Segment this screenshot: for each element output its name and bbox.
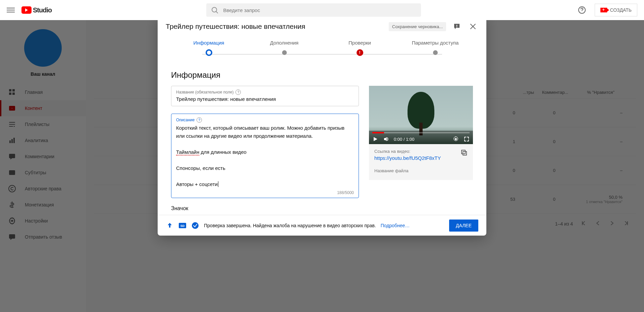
video-controls: 0:00 / 1:00: [369, 131, 473, 144]
feedback-icon: [453, 23, 461, 30]
play-icon[interactable]: [372, 136, 378, 142]
search-icon: [211, 6, 218, 14]
feedback-button[interactable]: [451, 21, 462, 32]
modal-overlay: Трейлер путешествия: новые впечатления С…: [0, 0, 644, 312]
title-help-icon[interactable]: ?: [235, 89, 241, 95]
upload-modal: Трейлер путешествия: новые впечатления С…: [158, 15, 486, 236]
create-label: СОЗДАТЬ: [610, 7, 632, 13]
svg-point-3: [582, 12, 582, 12]
help-icon: [578, 6, 586, 14]
step-info[interactable]: Информация: [171, 40, 247, 67]
create-video-icon: [600, 8, 607, 12]
video-link[interactable]: https://youtu.be/fU5Q2tF8xTY: [374, 155, 441, 161]
svg-text:SD: SD: [180, 224, 185, 228]
search-input[interactable]: [223, 7, 421, 13]
title-value[interactable]: Трейлер путешествия: новые впечатления: [176, 96, 354, 102]
description-help-icon[interactable]: ?: [197, 117, 202, 123]
svg-point-41: [192, 222, 199, 229]
link-label: Ссылка на видео:: [374, 149, 441, 154]
close-button[interactable]: [468, 21, 478, 32]
video-link-box: Ссылка на видео: https://youtu.be/fU5Q2t…: [369, 144, 473, 180]
step-elements[interactable]: Дополнения: [247, 40, 322, 67]
help-button[interactable]: [575, 3, 589, 17]
footer-more-link[interactable]: Подробнее…: [381, 223, 410, 228]
create-button[interactable]: СОЗДАТЬ: [595, 4, 637, 16]
description-label: Описание: [176, 118, 195, 122]
step-checks[interactable]: Проверки!: [322, 40, 397, 67]
modal-footer: SD Проверка завершена. Найдена жалоба на…: [158, 215, 486, 236]
svg-point-36: [455, 138, 457, 140]
description-field[interactable]: Описание? Короткий текст, который описыв…: [171, 114, 359, 198]
fullscreen-icon[interactable]: [464, 136, 470, 142]
app-header: Studio СОЗДАТЬ: [0, 0, 644, 20]
svg-line-1: [216, 11, 218, 13]
sd-badge-icon: SD: [178, 222, 186, 230]
stepper: Информация Дополнения Проверки! Параметр…: [158, 37, 486, 68]
menu-icon[interactable]: [7, 6, 15, 14]
studio-logo[interactable]: Studio: [21, 6, 52, 14]
footer-status-text: Проверка завершена. Найдена жалоба на на…: [204, 223, 376, 228]
svg-rect-30: [457, 25, 457, 26]
check-status-icon: [191, 222, 199, 230]
logo-text: Studio: [33, 6, 52, 14]
svg-rect-31: [457, 27, 457, 27]
copy-icon[interactable]: [460, 149, 468, 157]
title-field[interactable]: Название (обязательное поле)? Трейлер пу…: [171, 86, 359, 106]
file-name-label: Название файла: [374, 168, 468, 173]
progress-bar[interactable]: [372, 132, 470, 133]
title-label: Название (обязательное поле): [176, 90, 233, 95]
char-count: 188/5000: [337, 190, 354, 195]
svg-marker-35: [384, 137, 387, 141]
play-time: 0:00 / 1:00: [394, 137, 414, 142]
close-icon: [469, 23, 477, 30]
svg-marker-34: [374, 137, 377, 141]
thumbnail-section-title: Значок: [171, 205, 359, 211]
svg-rect-38: [462, 150, 465, 154]
youtube-play-icon: [21, 6, 32, 14]
modal-title: Трейлер путешествия: новые впечатления: [166, 22, 383, 30]
svg-rect-37: [463, 151, 467, 155]
description-value[interactable]: Короткий текст, который описывает ваш ро…: [176, 124, 354, 188]
saving-chip: Сохранение черновика...: [389, 22, 446, 31]
search-box[interactable]: [206, 3, 421, 17]
video-preview[interactable]: 0:00 / 1:00: [369, 86, 473, 144]
upload-status-icon: [166, 222, 174, 230]
section-title: Информация: [171, 70, 473, 80]
step-visibility[interactable]: Параметры доступа: [397, 40, 473, 67]
next-button[interactable]: ДАЛЕЕ: [449, 220, 478, 232]
volume-icon[interactable]: [383, 136, 389, 142]
settings-icon[interactable]: [453, 136, 459, 142]
